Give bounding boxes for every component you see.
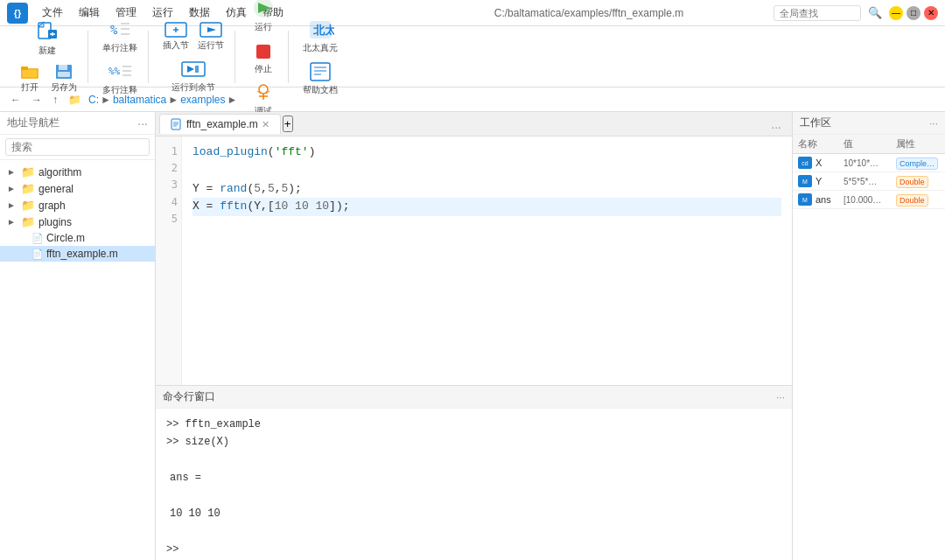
add-tab-button[interactable]: + xyxy=(283,116,293,132)
svg-rect-8 xyxy=(23,70,37,77)
toolbar-group-run: 运行 停止 调试 xyxy=(239,31,289,83)
saveas-button[interactable]: 另存为 xyxy=(47,60,80,95)
code-line-3: Y = rand(5,5,5); xyxy=(192,182,302,195)
sidebar-item-fftn_example-m[interactable]: 📄fftn_example.m xyxy=(0,246,155,262)
new-icon xyxy=(33,20,61,45)
run-node-label: 运行节 xyxy=(198,39,224,52)
run-icon xyxy=(249,0,277,21)
main-layout: 地址导航栏 ··· ►📁algorithm►📁general►📁graph►📁p… xyxy=(0,112,945,560)
run-button[interactable]: 运行 xyxy=(246,0,281,35)
help-label: 帮助文档 xyxy=(303,84,338,96)
editor-area: fftn_example.m ✕ + ... 12345 load_plugin… xyxy=(156,112,792,385)
beitatrue-button[interactable]: 北太 北太真元 xyxy=(299,16,341,56)
svg-rect-39 xyxy=(311,63,330,80)
close-button[interactable]: ✕ xyxy=(924,6,938,20)
run-node-button[interactable]: 运行节 xyxy=(194,18,228,53)
ws-var-name: ans xyxy=(816,194,844,205)
search-icon[interactable]: 🔍 xyxy=(868,6,882,19)
cmd-more-button[interactable]: ··· xyxy=(776,391,785,403)
stop-button[interactable]: 停止 xyxy=(246,37,281,77)
ws-var-name: X xyxy=(816,158,844,168)
stop-label: 停止 xyxy=(255,63,272,75)
ws-var-name: Y xyxy=(816,176,844,186)
maximize-button[interactable]: □ xyxy=(906,6,920,20)
workspace-row-X[interactable]: cd X 10*10*… Comple… xyxy=(793,154,945,172)
sidebar-item-general[interactable]: ►📁general xyxy=(0,180,155,197)
file-tab-icon xyxy=(171,118,183,130)
open-button[interactable]: 打开 xyxy=(14,60,46,95)
run-to-icon xyxy=(179,57,207,81)
cmd-line: >> xyxy=(166,541,781,558)
sidebar-item-Circle-m[interactable]: 📄Circle.m xyxy=(0,230,155,246)
cmd-line xyxy=(166,487,781,505)
svg-rect-7 xyxy=(21,66,28,70)
cmd-title: 命令行窗口 xyxy=(163,389,215,404)
svg-marker-26 xyxy=(187,66,194,73)
help-button[interactable]: 帮助文档 xyxy=(299,58,341,98)
sidebar: 地址导航栏 ··· ►📁algorithm►📁general►📁graph►📁p… xyxy=(0,112,156,560)
single-comment-button[interactable]: % 单行注释 xyxy=(99,16,141,56)
workspace-header: 工作区 ··· xyxy=(793,112,945,135)
nav-back-button[interactable]: ← xyxy=(7,92,24,108)
workspace-row-Y[interactable]: M Y 5*5*5*… Double xyxy=(793,172,945,191)
editor-content: 12345 load_plugin('fft') Y = rand(5,5,5)… xyxy=(156,136,792,385)
debug-icon xyxy=(249,80,277,105)
ws-row-icon: M xyxy=(798,193,812,206)
single-comment-icon: % xyxy=(106,18,134,42)
global-search-input[interactable] xyxy=(774,5,861,21)
help-icon xyxy=(306,60,334,84)
toolbar: 新建 打开 另存为 % 单行注释 xyxy=(0,26,945,88)
breadcrumb-baltamatica[interactable]: baltamatica xyxy=(113,94,166,106)
run-to-button[interactable]: 运行到余节 xyxy=(168,55,219,95)
nav-folder-button[interactable]: 📁 xyxy=(65,92,85,108)
editor-tab-fftn[interactable]: fftn_example.m ✕ xyxy=(159,114,281,134)
nav-forward-button[interactable]: → xyxy=(28,92,46,108)
toolbar-group-file: 新建 打开 另存为 xyxy=(7,31,88,83)
svg-marker-24 xyxy=(207,27,216,32)
run-node-icon xyxy=(199,20,223,39)
code-line-1: load_plugin('fft') xyxy=(192,145,315,158)
titlebar: {} 文件编辑管理运行数据仿真帮助 C:/baltamatica/example… xyxy=(0,0,945,26)
svg-text:北太: 北太 xyxy=(312,24,334,37)
sidebar-tree: ►📁algorithm►📁general►📁graph►📁plugins📄Cir… xyxy=(0,160,155,560)
ws-var-type: Double xyxy=(896,176,940,186)
line-number-1: 1 xyxy=(159,144,178,160)
workspace-more-button[interactable]: ··· xyxy=(929,117,938,130)
breadcrumb-examples[interactable]: examples xyxy=(180,94,225,106)
single-comment-label: 单行注释 xyxy=(102,42,137,54)
run-to-label: 运行到余节 xyxy=(172,81,215,94)
tab-close-button[interactable]: ✕ xyxy=(262,119,270,130)
new-label: 新建 xyxy=(38,45,56,57)
cmd-header: 命令行窗口 ··· xyxy=(156,386,792,409)
breadcrumb-c[interactable]: C: xyxy=(88,94,99,106)
toolbar-group-help: 北太 北太真元 帮助文档 xyxy=(292,31,348,83)
editor-more-button[interactable]: ... xyxy=(764,117,788,131)
workspace-row-ans[interactable]: M ans [10.000… Double xyxy=(793,191,945,209)
multi-comment-button[interactable]: %% 多行注释 xyxy=(99,58,141,98)
ws-col-val-header: 值 xyxy=(844,137,896,150)
nav-up-button[interactable]: ↑ xyxy=(49,92,61,108)
line-numbers: 12345 xyxy=(156,136,182,385)
cmd-line: >> fftn_example xyxy=(166,416,781,433)
code-line-5 xyxy=(192,236,200,249)
sidebar-item-graph[interactable]: ►📁graph xyxy=(0,197,155,214)
cmd-content[interactable]: >> fftn_example>> size(X) ans = 10 10 10… xyxy=(156,409,792,560)
cmd-line xyxy=(166,522,781,540)
window-controls: — □ ✕ xyxy=(889,6,938,20)
sidebar-search-input[interactable] xyxy=(5,138,150,156)
sidebar-search-container xyxy=(0,135,155,160)
cmd-line: ans = xyxy=(166,469,781,486)
workspace-table: cd X 10*10*… Comple… M Y 5*5*5*… Double … xyxy=(793,154,945,560)
cmd-line: >> size(X) xyxy=(166,433,781,451)
svg-point-32 xyxy=(259,85,268,94)
sidebar-more-button[interactable]: ··· xyxy=(137,116,148,130)
workspace-title: 工作区 xyxy=(800,116,831,130)
new-button[interactable]: 新建 xyxy=(30,18,65,59)
insert-node-button[interactable]: 插入节 xyxy=(159,18,192,53)
sidebar-item-plugins[interactable]: ►📁plugins xyxy=(0,214,155,230)
svg-rect-10 xyxy=(59,65,67,70)
code-area[interactable]: load_plugin('fft') Y = rand(5,5,5);X = f… xyxy=(182,136,792,385)
sidebar-item-algorithm[interactable]: ►📁algorithm xyxy=(0,164,155,180)
ws-var-type: Comple… xyxy=(896,158,940,168)
minimize-button[interactable]: — xyxy=(889,6,903,20)
